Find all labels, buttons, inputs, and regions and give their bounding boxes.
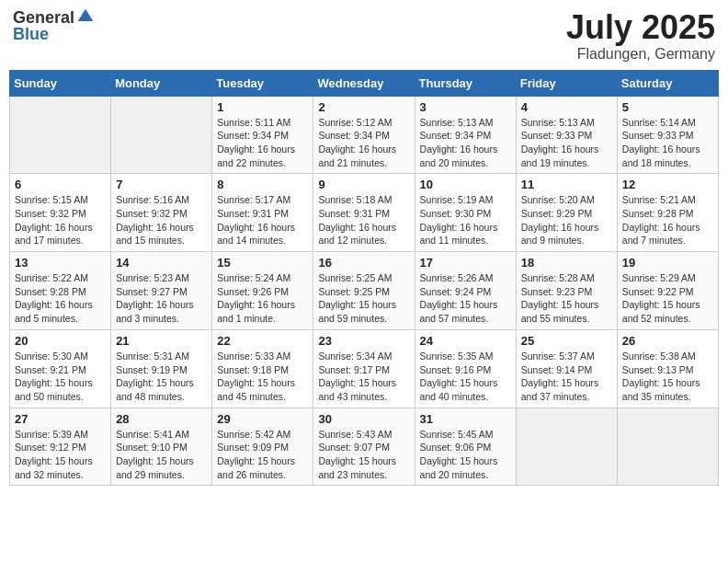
- day-number: 29: [217, 412, 308, 426]
- calendar-cell: 11Sunrise: 5:20 AM Sunset: 9:29 PM Dayli…: [516, 174, 617, 252]
- calendar-cell: 4Sunrise: 5:13 AM Sunset: 9:33 PM Daylig…: [516, 96, 617, 174]
- calendar-cell: 7Sunrise: 5:16 AM Sunset: 9:32 PM Daylig…: [111, 174, 212, 252]
- day-number: 28: [116, 412, 207, 426]
- weekday-header: Saturday: [617, 70, 718, 96]
- day-number: 5: [622, 100, 713, 114]
- calendar-cell: 25Sunrise: 5:37 AM Sunset: 9:14 PM Dayli…: [516, 329, 617, 408]
- weekday-header: Monday: [111, 70, 212, 96]
- cell-content: Sunrise: 5:11 AM Sunset: 9:34 PM Dayligh…: [217, 116, 308, 170]
- calendar-table: SundayMondayTuesdayWednesdayThursdayFrid…: [9, 70, 719, 487]
- calendar-cell: 15Sunrise: 5:24 AM Sunset: 9:26 PM Dayli…: [212, 252, 313, 330]
- location: Fladungen, Germany: [566, 46, 715, 63]
- logo-blue: Blue: [13, 25, 49, 43]
- calendar-cell: 30Sunrise: 5:43 AM Sunset: 9:07 PM Dayli…: [313, 408, 415, 486]
- cell-content: Sunrise: 5:45 AM Sunset: 9:06 PM Dayligh…: [420, 428, 511, 482]
- day-number: 6: [15, 178, 106, 191]
- day-number: 18: [521, 256, 612, 270]
- logo-general: General: [13, 9, 74, 26]
- calendar-cell: [516, 408, 617, 486]
- day-number: 17: [420, 256, 511, 270]
- calendar-cell: 21Sunrise: 5:31 AM Sunset: 9:19 PM Dayli…: [111, 329, 212, 408]
- calendar-cell: 10Sunrise: 5:19 AM Sunset: 9:30 PM Dayli…: [415, 174, 516, 252]
- day-number: 14: [116, 256, 207, 270]
- cell-content: Sunrise: 5:28 AM Sunset: 9:23 PM Dayligh…: [521, 271, 612, 326]
- weekday-header: Tuesday: [212, 70, 313, 96]
- cell-content: Sunrise: 5:15 AM Sunset: 9:32 PM Dayligh…: [15, 193, 106, 247]
- cell-content: Sunrise: 5:13 AM Sunset: 9:33 PM Dayligh…: [521, 116, 612, 170]
- calendar-cell: [10, 96, 111, 174]
- page-header: General Blue July 2025 Fladungen, German…: [9, 9, 719, 63]
- calendar-cell: [617, 408, 718, 486]
- cell-content: Sunrise: 5:39 AM Sunset: 9:12 PM Dayligh…: [15, 428, 106, 482]
- day-number: 3: [420, 100, 511, 114]
- day-number: 8: [217, 178, 308, 191]
- cell-content: Sunrise: 5:38 AM Sunset: 9:13 PM Dayligh…: [622, 350, 713, 404]
- day-number: 15: [217, 256, 308, 270]
- calendar-cell: 24Sunrise: 5:35 AM Sunset: 9:16 PM Dayli…: [415, 329, 516, 408]
- day-number: 30: [318, 412, 409, 426]
- calendar-cell: 31Sunrise: 5:45 AM Sunset: 9:06 PM Dayli…: [415, 408, 516, 486]
- cell-content: Sunrise: 5:31 AM Sunset: 9:19 PM Dayligh…: [116, 350, 207, 404]
- logo: General Blue: [13, 9, 95, 43]
- day-number: 2: [318, 100, 409, 114]
- calendar-cell: 13Sunrise: 5:22 AM Sunset: 9:28 PM Dayli…: [10, 252, 111, 330]
- cell-content: Sunrise: 5:13 AM Sunset: 9:34 PM Dayligh…: [420, 116, 511, 170]
- cell-content: Sunrise: 5:41 AM Sunset: 9:10 PM Dayligh…: [116, 428, 207, 482]
- day-number: 27: [15, 412, 106, 426]
- calendar-cell: 6Sunrise: 5:15 AM Sunset: 9:32 PM Daylig…: [10, 174, 111, 252]
- day-number: 12: [622, 178, 713, 191]
- cell-content: Sunrise: 5:30 AM Sunset: 9:21 PM Dayligh…: [15, 350, 106, 404]
- weekday-header: Wednesday: [313, 70, 415, 96]
- cell-content: Sunrise: 5:29 AM Sunset: 9:22 PM Dayligh…: [622, 271, 713, 326]
- day-number: 22: [217, 334, 308, 348]
- calendar-cell: 28Sunrise: 5:41 AM Sunset: 9:10 PM Dayli…: [111, 408, 212, 486]
- cell-content: Sunrise: 5:43 AM Sunset: 9:07 PM Dayligh…: [318, 428, 409, 482]
- day-number: 25: [521, 334, 612, 348]
- day-number: 26: [622, 334, 713, 348]
- day-number: 11: [521, 178, 612, 191]
- calendar-cell: 1Sunrise: 5:11 AM Sunset: 9:34 PM Daylig…: [212, 96, 313, 174]
- calendar-cell: 16Sunrise: 5:25 AM Sunset: 9:25 PM Dayli…: [313, 252, 415, 330]
- day-number: 7: [116, 178, 207, 191]
- calendar-cell: 29Sunrise: 5:42 AM Sunset: 9:09 PM Dayli…: [212, 408, 313, 486]
- calendar-cell: 5Sunrise: 5:14 AM Sunset: 9:33 PM Daylig…: [617, 96, 718, 174]
- calendar-cell: [111, 96, 212, 174]
- cell-content: Sunrise: 5:23 AM Sunset: 9:27 PM Dayligh…: [116, 271, 207, 326]
- calendar-cell: 14Sunrise: 5:23 AM Sunset: 9:27 PM Dayli…: [111, 252, 212, 330]
- day-number: 9: [318, 178, 409, 191]
- cell-content: Sunrise: 5:25 AM Sunset: 9:25 PM Dayligh…: [318, 271, 409, 326]
- calendar-cell: 2Sunrise: 5:12 AM Sunset: 9:34 PM Daylig…: [313, 96, 415, 174]
- cell-content: Sunrise: 5:35 AM Sunset: 9:16 PM Dayligh…: [420, 350, 511, 404]
- weekday-header-row: SundayMondayTuesdayWednesdayThursdayFrid…: [10, 70, 719, 96]
- cell-content: Sunrise: 5:12 AM Sunset: 9:34 PM Dayligh…: [318, 116, 409, 170]
- calendar-week-row: 20Sunrise: 5:30 AM Sunset: 9:21 PM Dayli…: [10, 329, 719, 408]
- weekday-header: Sunday: [10, 70, 111, 96]
- day-number: 19: [622, 256, 713, 270]
- calendar-cell: 27Sunrise: 5:39 AM Sunset: 9:12 PM Dayli…: [10, 408, 111, 486]
- calendar-cell: 18Sunrise: 5:28 AM Sunset: 9:23 PM Dayli…: [516, 252, 617, 330]
- calendar-week-row: 6Sunrise: 5:15 AM Sunset: 9:32 PM Daylig…: [10, 174, 719, 252]
- cell-content: Sunrise: 5:21 AM Sunset: 9:28 PM Dayligh…: [622, 193, 713, 247]
- cell-content: Sunrise: 5:20 AM Sunset: 9:29 PM Dayligh…: [521, 193, 612, 247]
- cell-content: Sunrise: 5:16 AM Sunset: 9:32 PM Dayligh…: [116, 193, 207, 247]
- day-number: 4: [521, 100, 612, 114]
- cell-content: Sunrise: 5:34 AM Sunset: 9:17 PM Dayligh…: [318, 350, 409, 404]
- calendar-week-row: 13Sunrise: 5:22 AM Sunset: 9:28 PM Dayli…: [10, 252, 719, 330]
- cell-content: Sunrise: 5:37 AM Sunset: 9:14 PM Dayligh…: [521, 350, 612, 404]
- day-number: 10: [420, 178, 511, 191]
- calendar-cell: 22Sunrise: 5:33 AM Sunset: 9:18 PM Dayli…: [212, 329, 313, 408]
- calendar-cell: 23Sunrise: 5:34 AM Sunset: 9:17 PM Dayli…: [313, 329, 415, 408]
- cell-content: Sunrise: 5:22 AM Sunset: 9:28 PM Dayligh…: [15, 271, 106, 326]
- day-number: 13: [15, 256, 106, 270]
- title-block: July 2025 Fladungen, Germany: [566, 9, 715, 63]
- calendar-cell: 26Sunrise: 5:38 AM Sunset: 9:13 PM Dayli…: [617, 329, 718, 408]
- calendar-cell: 17Sunrise: 5:26 AM Sunset: 9:24 PM Dayli…: [415, 252, 516, 330]
- calendar-cell: 8Sunrise: 5:17 AM Sunset: 9:31 PM Daylig…: [212, 174, 313, 252]
- cell-content: Sunrise: 5:14 AM Sunset: 9:33 PM Dayligh…: [622, 116, 713, 170]
- day-number: 1: [217, 100, 308, 114]
- day-number: 16: [318, 256, 409, 270]
- calendar-cell: 3Sunrise: 5:13 AM Sunset: 9:34 PM Daylig…: [415, 96, 516, 174]
- cell-content: Sunrise: 5:19 AM Sunset: 9:30 PM Dayligh…: [420, 193, 511, 247]
- calendar-week-row: 27Sunrise: 5:39 AM Sunset: 9:12 PM Dayli…: [10, 408, 719, 486]
- logo-icon: [76, 7, 95, 26]
